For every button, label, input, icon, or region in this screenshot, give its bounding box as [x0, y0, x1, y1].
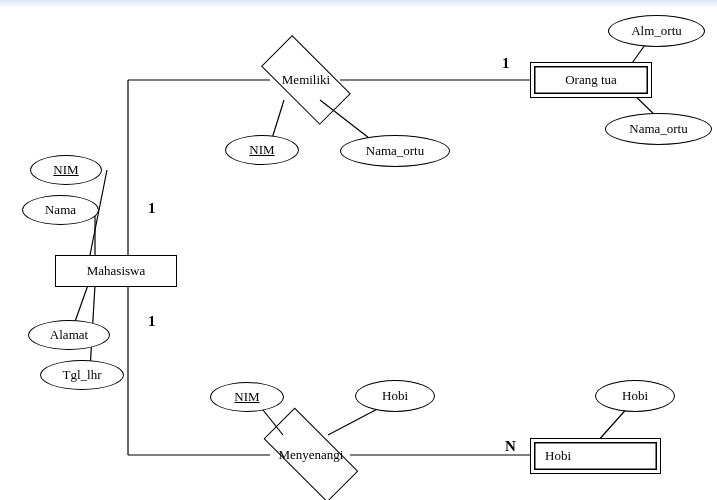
cardinality-mahasiswa-menyenangi: 1	[148, 313, 156, 330]
relationship-menyenangi-label: Menyenangi	[279, 447, 344, 463]
attr-mahasiswa-alamat-label: Alamat	[50, 327, 88, 343]
entity-hobi: Hobi	[530, 438, 661, 474]
attr-menyenangi-hobi: Hobi	[355, 380, 435, 412]
entity-mahasiswa-label: Mahasiswa	[87, 263, 146, 279]
relationship-memiliki: Memiliki	[248, 50, 364, 110]
attr-mahasiswa-nim-label: NIM	[53, 162, 78, 178]
attr-menyenangi-nim: NIM	[210, 382, 284, 412]
cardinality-mahasiswa-memiliki: 1	[148, 200, 156, 217]
attr-mahasiswa-nama-label: Nama	[45, 202, 76, 218]
entity-orang-tua-label: Orang tua	[565, 72, 617, 88]
relationship-menyenangi: Menyenangi	[248, 425, 374, 485]
cardinality-memiliki-orangtua: 1	[502, 55, 510, 72]
entity-hobi-label: Hobi	[545, 448, 571, 464]
relationship-memiliki-label: Memiliki	[282, 72, 330, 88]
attr-mahasiswa-tgl-lhr-label: Tgl_lhr	[63, 367, 102, 383]
attr-mahasiswa-alamat: Alamat	[28, 320, 110, 350]
attr-memiliki-nama-ortu-label: Nama_ortu	[366, 143, 424, 159]
entity-orang-tua: Orang tua	[530, 62, 652, 98]
attr-memiliki-nim: NIM	[225, 135, 299, 165]
attr-orangtua-alm-ortu-label: Alm_ortu	[631, 23, 682, 39]
attr-memiliki-nama-ortu: Nama_ortu	[340, 135, 450, 167]
attr-orangtua-nama-ortu-label: Nama_ortu	[629, 121, 687, 137]
attr-hobi-hobi: Hobi	[595, 380, 675, 412]
attr-orangtua-nama-ortu: Nama_ortu	[605, 113, 712, 145]
cardinality-menyenangi-hobi: N	[505, 438, 516, 455]
attr-orangtua-alm-ortu: Alm_ortu	[608, 15, 705, 47]
entity-mahasiswa: Mahasiswa	[55, 255, 177, 287]
attr-mahasiswa-nim: NIM	[30, 155, 102, 185]
attr-mahasiswa-nama: Nama	[22, 195, 99, 225]
attr-menyenangi-hobi-label: Hobi	[382, 388, 408, 404]
attr-menyenangi-nim-label: NIM	[234, 389, 259, 405]
attr-memiliki-nim-label: NIM	[249, 142, 274, 158]
attr-mahasiswa-tgl-lhr: Tgl_lhr	[40, 360, 124, 390]
attr-hobi-hobi-label: Hobi	[622, 388, 648, 404]
